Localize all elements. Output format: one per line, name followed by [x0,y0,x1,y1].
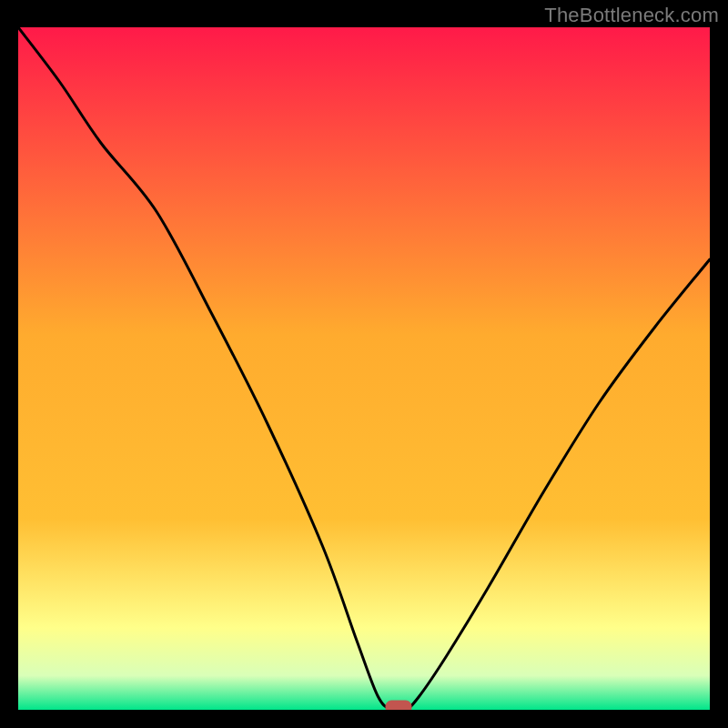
chart-frame: TheBottleneck.com [0,0,728,728]
plot-area [18,27,710,710]
optimal-point-marker [386,701,411,710]
watermark-label: TheBottleneck.com [544,4,719,27]
bottleneck-chart [18,27,710,710]
gradient-background [18,27,710,710]
